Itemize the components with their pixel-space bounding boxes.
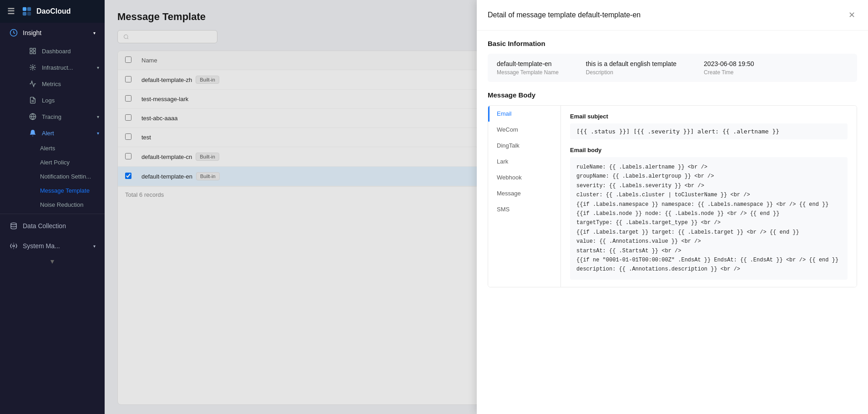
channel-lark-label: Lark <box>497 158 508 165</box>
channel-email-label: Email <box>497 110 512 117</box>
notification-settings-label: Notification Settin... <box>40 173 91 180</box>
alert-subnav: Alerts Alert Policy Notification Settin.… <box>23 141 105 212</box>
scroll-down-icon: ▼ <box>49 258 56 265</box>
data-collection-label: Data Collection <box>23 222 66 230</box>
svg-rect-0 <box>23 7 26 11</box>
svg-point-14 <box>11 223 16 225</box>
info-field-name: default-template-en Message Template Nam… <box>497 60 559 76</box>
close-button[interactable]: ✕ <box>847 8 857 22</box>
system-chevron: ▾ <box>93 244 96 249</box>
tracing-label: Tracing <box>42 113 61 120</box>
svg-point-15 <box>13 245 15 247</box>
message-body-layout: Email WeCom DingTalk Lark Webhook <box>488 105 857 287</box>
insight-label: Insight <box>23 29 41 36</box>
main-content: Message Template Name default-template <box>105 0 868 414</box>
svg-rect-1 <box>27 7 31 11</box>
sidebar-item-noise-reduction[interactable]: Noise Reduction <box>35 198 105 212</box>
sidebar-item-notification-settings[interactable]: Notification Settin... <box>35 169 105 184</box>
tracing-icon <box>28 112 37 121</box>
sidebar-item-alert[interactable]: Alert ▾ <box>23 125 105 141</box>
sidebar-item-data-collection[interactable]: Data Collection <box>0 216 105 236</box>
channel-webhook-label: Webhook <box>497 174 522 181</box>
nav-sub-insight: Dashboard Infrastruct... ▾ Metrics Logs <box>0 43 105 212</box>
template-desc-label: Description <box>586 69 676 76</box>
email-subject-label: Email subject <box>570 113 848 120</box>
channel-item-email[interactable]: Email <box>488 106 560 122</box>
noise-reduction-label: Noise Reduction <box>40 201 83 208</box>
email-body-label: Email body <box>570 147 848 153</box>
basic-info-section: Basic Information default-template-en Me… <box>477 31 868 91</box>
svg-rect-2 <box>23 12 26 15</box>
app-header: ☰ DaoCloud <box>0 0 105 23</box>
system-label: System Ma... <box>23 242 60 250</box>
detail-panel: Detail of message template default-templ… <box>477 0 868 414</box>
tracing-chevron: ▾ <box>97 114 99 119</box>
channel-list: Email WeCom DingTalk Lark Webhook <box>488 106 561 287</box>
email-content: Email subject [{{ .status }}] [{{ .sever… <box>561 106 857 287</box>
sidebar-nav: Insight ▾ Dashboard Infrastruct... ▾ <box>0 23 105 414</box>
sidebar-item-insight[interactable]: Insight ▾ <box>0 23 105 43</box>
channel-item-lark[interactable]: Lark <box>488 153 560 169</box>
svg-rect-3 <box>27 12 31 15</box>
metrics-icon <box>28 79 37 88</box>
svg-rect-5 <box>30 48 32 51</box>
template-name-label: Message Template Name <box>497 69 559 76</box>
detail-header: Detail of message template default-templ… <box>477 0 868 31</box>
detail-title: Detail of message template default-templ… <box>488 11 641 19</box>
sidebar-item-message-template[interactable]: Message Template <box>35 184 105 198</box>
sidebar: ☰ DaoCloud Insight ▾ Dashboard <box>0 0 105 414</box>
channel-message-label: Message <box>497 190 521 197</box>
logs-icon <box>28 96 37 105</box>
sidebar-item-alerts[interactable]: Alerts <box>35 141 105 155</box>
template-name-value: default-template-en <box>497 60 559 67</box>
nav-divider <box>0 214 105 214</box>
channel-wecom-label: WeCom <box>497 126 518 133</box>
message-body-title: Message Body <box>488 91 857 99</box>
channel-sms-label: SMS <box>497 206 510 213</box>
message-template-label: Message Template <box>40 187 90 194</box>
alert-label: Alert <box>42 130 54 137</box>
sidebar-item-alert-policy[interactable]: Alert Policy <box>35 155 105 169</box>
channel-item-webhook[interactable]: Webhook <box>488 169 560 185</box>
info-field-desc: this is a default english template Descr… <box>586 60 676 76</box>
svg-rect-8 <box>33 51 35 54</box>
sidebar-item-infrastructure[interactable]: Infrastruct... ▾ <box>23 59 105 76</box>
svg-point-9 <box>32 66 34 68</box>
metrics-label: Metrics <box>42 81 61 87</box>
channel-item-sms[interactable]: SMS <box>488 201 560 217</box>
channel-dingtalk-label: DingTalk <box>497 142 520 149</box>
template-time-value: 2023-06-08 19:50 <box>704 60 754 67</box>
message-body-section: Message Body Email WeCom DingTalk <box>477 91 868 414</box>
detail-overlay: Detail of message template default-templ… <box>105 0 868 414</box>
email-subject-box: [{{ .status }}] [{{ .severity }}] alert:… <box>570 123 848 139</box>
email-body-box: ruleName: {{ .Labels.alertname }} <br />… <box>570 157 848 280</box>
alert-chevron: ▾ <box>97 131 99 136</box>
alert-icon <box>28 128 37 138</box>
data-collection-icon <box>9 221 18 230</box>
alert-policy-label: Alert Policy <box>40 159 70 166</box>
dashboard-icon <box>28 46 37 56</box>
sidebar-item-system[interactable]: System Ma... ▾ <box>0 236 105 256</box>
dashboard-label: Dashboard <box>42 48 71 55</box>
hamburger-icon[interactable]: ☰ <box>7 6 15 16</box>
channel-item-wecom[interactable]: WeCom <box>488 122 560 138</box>
channel-item-message[interactable]: Message <box>488 185 560 201</box>
scroll-down-indicator: ▼ <box>0 256 105 267</box>
info-field-time: 2023-06-08 19:50 Create Time <box>704 60 754 76</box>
logo-icon <box>22 6 32 16</box>
basic-info-label: Basic Information <box>488 40 857 47</box>
channel-item-dingtalk[interactable]: DingTalk <box>488 138 560 153</box>
svg-rect-7 <box>30 51 32 54</box>
sidebar-item-logs[interactable]: Logs <box>23 92 105 108</box>
sidebar-item-metrics[interactable]: Metrics <box>23 76 105 92</box>
sidebar-item-tracing[interactable]: Tracing ▾ <box>23 108 105 125</box>
infra-chevron: ▾ <box>97 65 99 70</box>
template-time-label: Create Time <box>704 69 754 76</box>
app-name: DaoCloud <box>36 7 71 15</box>
svg-rect-6 <box>33 48 35 51</box>
infrastructure-icon <box>28 63 37 72</box>
system-icon <box>9 241 18 250</box>
infrastructure-label: Infrastruct... <box>42 64 73 71</box>
sidebar-item-dashboard[interactable]: Dashboard <box>23 43 105 59</box>
insight-icon <box>9 28 18 37</box>
